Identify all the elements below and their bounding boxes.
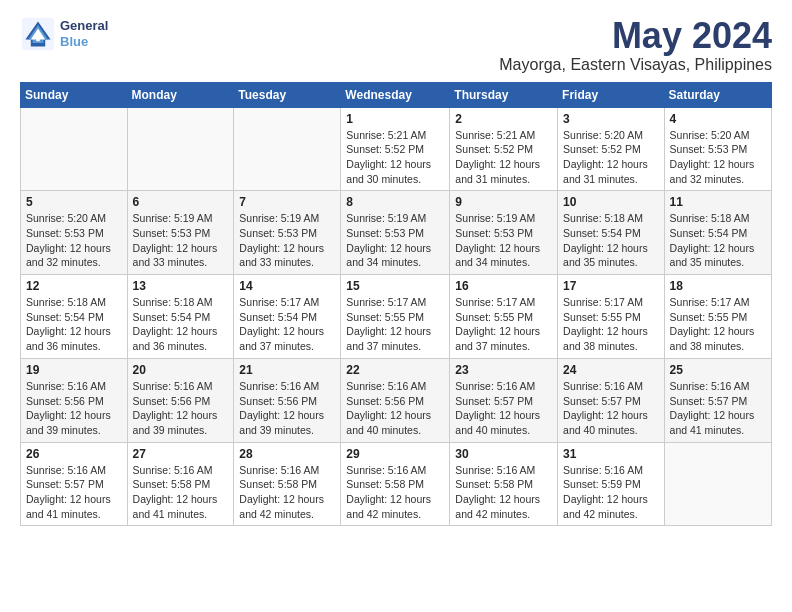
logo-icon bbox=[20, 16, 56, 52]
calendar-week-row: 19Sunrise: 5:16 AM Sunset: 5:56 PM Dayli… bbox=[21, 358, 772, 442]
day-info: Sunrise: 5:17 AM Sunset: 5:55 PM Dayligh… bbox=[346, 295, 444, 354]
weekday-header-wednesday: Wednesday bbox=[341, 82, 450, 107]
day-info: Sunrise: 5:17 AM Sunset: 5:54 PM Dayligh… bbox=[239, 295, 335, 354]
day-number: 17 bbox=[563, 279, 659, 293]
weekday-header-sunday: Sunday bbox=[21, 82, 128, 107]
calendar-cell: 17Sunrise: 5:17 AM Sunset: 5:55 PM Dayli… bbox=[558, 275, 665, 359]
calendar-cell bbox=[21, 107, 128, 191]
calendar-cell: 10Sunrise: 5:18 AM Sunset: 5:54 PM Dayli… bbox=[558, 191, 665, 275]
calendar-table: SundayMondayTuesdayWednesdayThursdayFrid… bbox=[20, 82, 772, 527]
day-info: Sunrise: 5:21 AM Sunset: 5:52 PM Dayligh… bbox=[455, 128, 552, 187]
day-number: 1 bbox=[346, 112, 444, 126]
calendar-cell: 13Sunrise: 5:18 AM Sunset: 5:54 PM Dayli… bbox=[127, 275, 234, 359]
calendar-week-row: 1Sunrise: 5:21 AM Sunset: 5:52 PM Daylig… bbox=[21, 107, 772, 191]
day-info: Sunrise: 5:18 AM Sunset: 5:54 PM Dayligh… bbox=[563, 211, 659, 270]
day-info: Sunrise: 5:16 AM Sunset: 5:57 PM Dayligh… bbox=[26, 463, 122, 522]
logo: General Blue bbox=[20, 16, 108, 52]
day-number: 4 bbox=[670, 112, 766, 126]
calendar-cell: 24Sunrise: 5:16 AM Sunset: 5:57 PM Dayli… bbox=[558, 358, 665, 442]
day-info: Sunrise: 5:17 AM Sunset: 5:55 PM Dayligh… bbox=[455, 295, 552, 354]
calendar-cell: 12Sunrise: 5:18 AM Sunset: 5:54 PM Dayli… bbox=[21, 275, 128, 359]
calendar-cell: 28Sunrise: 5:16 AM Sunset: 5:58 PM Dayli… bbox=[234, 442, 341, 526]
day-number: 24 bbox=[563, 363, 659, 377]
day-number: 9 bbox=[455, 195, 552, 209]
day-number: 3 bbox=[563, 112, 659, 126]
day-info: Sunrise: 5:16 AM Sunset: 5:57 PM Dayligh… bbox=[563, 379, 659, 438]
calendar-week-row: 12Sunrise: 5:18 AM Sunset: 5:54 PM Dayli… bbox=[21, 275, 772, 359]
calendar-cell bbox=[234, 107, 341, 191]
day-number: 23 bbox=[455, 363, 552, 377]
day-number: 10 bbox=[563, 195, 659, 209]
calendar-cell: 16Sunrise: 5:17 AM Sunset: 5:55 PM Dayli… bbox=[450, 275, 558, 359]
day-number: 5 bbox=[26, 195, 122, 209]
day-number: 13 bbox=[133, 279, 229, 293]
day-info: Sunrise: 5:21 AM Sunset: 5:52 PM Dayligh… bbox=[346, 128, 444, 187]
day-number: 29 bbox=[346, 447, 444, 461]
weekday-header-monday: Monday bbox=[127, 82, 234, 107]
calendar-cell: 11Sunrise: 5:18 AM Sunset: 5:54 PM Dayli… bbox=[664, 191, 771, 275]
calendar-cell bbox=[664, 442, 771, 526]
day-info: Sunrise: 5:19 AM Sunset: 5:53 PM Dayligh… bbox=[133, 211, 229, 270]
calendar-cell: 6Sunrise: 5:19 AM Sunset: 5:53 PM Daylig… bbox=[127, 191, 234, 275]
calendar-cell: 19Sunrise: 5:16 AM Sunset: 5:56 PM Dayli… bbox=[21, 358, 128, 442]
calendar-cell: 7Sunrise: 5:19 AM Sunset: 5:53 PM Daylig… bbox=[234, 191, 341, 275]
calendar-cell: 15Sunrise: 5:17 AM Sunset: 5:55 PM Dayli… bbox=[341, 275, 450, 359]
calendar-cell: 22Sunrise: 5:16 AM Sunset: 5:56 PM Dayli… bbox=[341, 358, 450, 442]
day-info: Sunrise: 5:18 AM Sunset: 5:54 PM Dayligh… bbox=[670, 211, 766, 270]
calendar-cell: 3Sunrise: 5:20 AM Sunset: 5:52 PM Daylig… bbox=[558, 107, 665, 191]
page: General Blue May 2024 Mayorga, Eastern V… bbox=[0, 0, 792, 542]
day-number: 15 bbox=[346, 279, 444, 293]
day-number: 19 bbox=[26, 363, 122, 377]
calendar-cell: 2Sunrise: 5:21 AM Sunset: 5:52 PM Daylig… bbox=[450, 107, 558, 191]
location-title: Mayorga, Eastern Visayas, Philippines bbox=[499, 56, 772, 74]
day-number: 12 bbox=[26, 279, 122, 293]
day-number: 2 bbox=[455, 112, 552, 126]
weekday-header-saturday: Saturday bbox=[664, 82, 771, 107]
calendar-cell: 5Sunrise: 5:20 AM Sunset: 5:53 PM Daylig… bbox=[21, 191, 128, 275]
day-info: Sunrise: 5:16 AM Sunset: 5:56 PM Dayligh… bbox=[26, 379, 122, 438]
weekday-header-friday: Friday bbox=[558, 82, 665, 107]
day-info: Sunrise: 5:16 AM Sunset: 5:58 PM Dayligh… bbox=[239, 463, 335, 522]
calendar-cell: 4Sunrise: 5:20 AM Sunset: 5:53 PM Daylig… bbox=[664, 107, 771, 191]
day-info: Sunrise: 5:16 AM Sunset: 5:56 PM Dayligh… bbox=[133, 379, 229, 438]
day-number: 20 bbox=[133, 363, 229, 377]
calendar-cell: 29Sunrise: 5:16 AM Sunset: 5:58 PM Dayli… bbox=[341, 442, 450, 526]
calendar-cell: 1Sunrise: 5:21 AM Sunset: 5:52 PM Daylig… bbox=[341, 107, 450, 191]
calendar-cell: 31Sunrise: 5:16 AM Sunset: 5:59 PM Dayli… bbox=[558, 442, 665, 526]
day-number: 28 bbox=[239, 447, 335, 461]
day-info: Sunrise: 5:16 AM Sunset: 5:56 PM Dayligh… bbox=[346, 379, 444, 438]
day-number: 8 bbox=[346, 195, 444, 209]
day-info: Sunrise: 5:16 AM Sunset: 5:58 PM Dayligh… bbox=[455, 463, 552, 522]
calendar-cell: 20Sunrise: 5:16 AM Sunset: 5:56 PM Dayli… bbox=[127, 358, 234, 442]
day-info: Sunrise: 5:18 AM Sunset: 5:54 PM Dayligh… bbox=[26, 295, 122, 354]
day-info: Sunrise: 5:18 AM Sunset: 5:54 PM Dayligh… bbox=[133, 295, 229, 354]
day-number: 27 bbox=[133, 447, 229, 461]
day-info: Sunrise: 5:16 AM Sunset: 5:57 PM Dayligh… bbox=[455, 379, 552, 438]
calendar-cell: 27Sunrise: 5:16 AM Sunset: 5:58 PM Dayli… bbox=[127, 442, 234, 526]
day-number: 7 bbox=[239, 195, 335, 209]
calendar-week-row: 26Sunrise: 5:16 AM Sunset: 5:57 PM Dayli… bbox=[21, 442, 772, 526]
calendar-cell: 26Sunrise: 5:16 AM Sunset: 5:57 PM Dayli… bbox=[21, 442, 128, 526]
day-info: Sunrise: 5:20 AM Sunset: 5:53 PM Dayligh… bbox=[670, 128, 766, 187]
calendar-cell: 14Sunrise: 5:17 AM Sunset: 5:54 PM Dayli… bbox=[234, 275, 341, 359]
day-info: Sunrise: 5:17 AM Sunset: 5:55 PM Dayligh… bbox=[670, 295, 766, 354]
day-number: 11 bbox=[670, 195, 766, 209]
weekday-header-tuesday: Tuesday bbox=[234, 82, 341, 107]
calendar-cell: 30Sunrise: 5:16 AM Sunset: 5:58 PM Dayli… bbox=[450, 442, 558, 526]
day-info: Sunrise: 5:20 AM Sunset: 5:52 PM Dayligh… bbox=[563, 128, 659, 187]
header-right: May 2024 Mayorga, Eastern Visayas, Phili… bbox=[499, 16, 772, 74]
day-info: Sunrise: 5:20 AM Sunset: 5:53 PM Dayligh… bbox=[26, 211, 122, 270]
day-number: 30 bbox=[455, 447, 552, 461]
day-number: 14 bbox=[239, 279, 335, 293]
day-number: 6 bbox=[133, 195, 229, 209]
weekday-header-row: SundayMondayTuesdayWednesdayThursdayFrid… bbox=[21, 82, 772, 107]
day-info: Sunrise: 5:16 AM Sunset: 5:57 PM Dayligh… bbox=[670, 379, 766, 438]
day-info: Sunrise: 5:19 AM Sunset: 5:53 PM Dayligh… bbox=[455, 211, 552, 270]
day-number: 25 bbox=[670, 363, 766, 377]
day-number: 26 bbox=[26, 447, 122, 461]
day-info: Sunrise: 5:19 AM Sunset: 5:53 PM Dayligh… bbox=[346, 211, 444, 270]
day-number: 31 bbox=[563, 447, 659, 461]
calendar-cell: 18Sunrise: 5:17 AM Sunset: 5:55 PM Dayli… bbox=[664, 275, 771, 359]
header: General Blue May 2024 Mayorga, Eastern V… bbox=[20, 16, 772, 74]
calendar-cell: 8Sunrise: 5:19 AM Sunset: 5:53 PM Daylig… bbox=[341, 191, 450, 275]
